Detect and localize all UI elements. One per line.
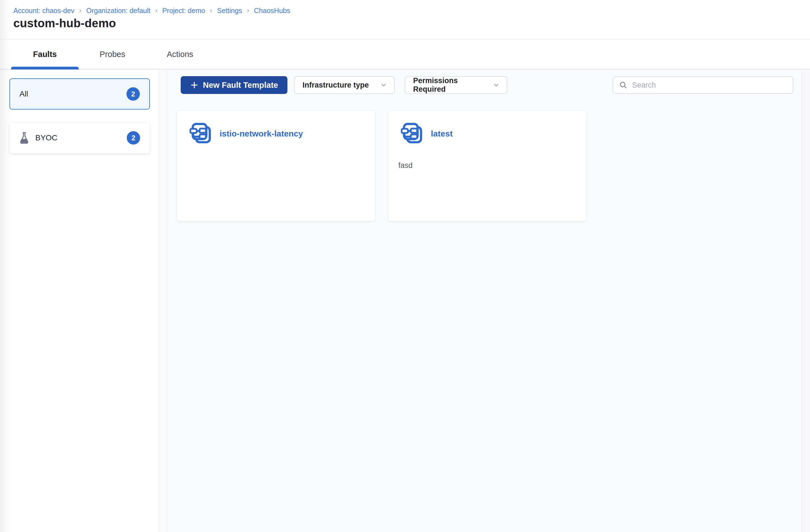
sidebar-item-all-count-badge: 2: [127, 87, 140, 101]
infrastructure-type-dropdown-label: Infrastructure type: [303, 81, 369, 90]
faults-toolbar: New Fault Template Infrastructure type P…: [181, 76, 793, 94]
fault-template-card-latest[interactable]: latest fasd: [388, 110, 587, 221]
tab-actions[interactable]: Actions: [146, 40, 214, 69]
category-sidebar: All 2 BYOC 2: [0, 70, 159, 532]
breadcrumb-project[interactable]: Project: demo: [162, 7, 205, 15]
fault-template-title[interactable]: istio-network-latency: [220, 129, 303, 139]
fault-template-grid: istio-network-latency: [177, 110, 801, 221]
new-fault-template-button[interactable]: New Fault Template: [181, 76, 288, 94]
new-fault-template-button-label: New Fault Template: [203, 81, 278, 90]
breadcrumb-separator-icon: ›: [210, 7, 212, 15]
tab-probes[interactable]: Probes: [79, 40, 146, 69]
breadcrumb-account[interactable]: Account: chaos-dev: [13, 7, 75, 15]
fault-template-card-istio-network-latency[interactable]: istio-network-latency: [177, 110, 375, 221]
search-icon: [619, 81, 628, 90]
fault-template-icon: [190, 122, 213, 145]
card-head: istio-network-latency: [190, 122, 303, 145]
fault-template-icon: [401, 122, 424, 145]
content-area: All 2 BYOC 2 N: [0, 70, 810, 532]
plus-icon: [190, 81, 198, 89]
fault-template-description: fasd: [398, 161, 412, 170]
chevron-down-icon: [492, 81, 500, 89]
active-tab-underline: [11, 67, 79, 69]
chevron-down-icon: [380, 81, 388, 89]
sidebar-item-all-label: All: [19, 90, 28, 98]
fault-template-title[interactable]: latest: [431, 129, 453, 139]
tab-actions-label: Actions: [167, 50, 193, 59]
breadcrumb-settings[interactable]: Settings: [217, 7, 242, 15]
breadcrumb-separator-icon: ›: [155, 7, 158, 15]
flask-icon: [19, 132, 29, 144]
tab-probes-label: Probes: [100, 50, 125, 59]
page-header: Account: chaos-dev › Organization: defau…: [0, 0, 810, 39]
tab-faults-label: Faults: [33, 50, 57, 59]
sidebar-item-byoc-label: BYOC: [35, 133, 57, 142]
search-field[interactable]: [613, 77, 793, 94]
breadcrumb: Account: chaos-dev › Organization: defau…: [13, 7, 290, 15]
tab-faults[interactable]: Faults: [11, 40, 79, 69]
sidebar-item-byoc-count-badge: 2: [127, 131, 140, 145]
breadcrumb-organization[interactable]: Organization: default: [86, 7, 150, 15]
page-title: custom-hub-demo: [13, 17, 116, 30]
breadcrumb-separator-icon: ›: [247, 7, 249, 15]
sidebar-item-byoc[interactable]: BYOC 2: [10, 122, 150, 154]
sidebar-item-all[interactable]: All 2: [10, 78, 150, 110]
main-scrollbar-track[interactable]: [801, 70, 810, 532]
permissions-required-dropdown-label: Permissions Required: [413, 77, 487, 94]
tab-bar: Faults Probes Actions: [0, 40, 810, 69]
faults-main-panel: New Fault Template Infrastructure type P…: [167, 70, 801, 532]
sidebar-scrollbar-track[interactable]: [159, 70, 167, 532]
breadcrumb-chaoshubs[interactable]: ChaosHubs: [254, 7, 291, 15]
search-input[interactable]: [632, 81, 787, 90]
card-head: latest: [401, 122, 453, 145]
breadcrumb-separator-icon: ›: [79, 7, 82, 15]
permissions-required-dropdown[interactable]: Permissions Required: [405, 76, 507, 94]
infrastructure-type-dropdown[interactable]: Infrastructure type: [294, 76, 395, 94]
